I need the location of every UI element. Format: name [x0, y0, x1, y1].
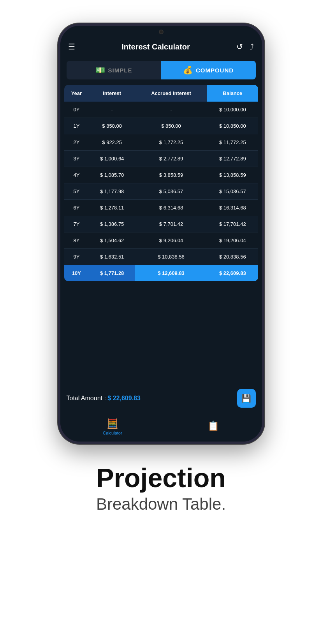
tab-switcher: 💵 SIMPLE 💰 COMPOUND [60, 55, 262, 85]
footer-subheading: Breakdown Table. [96, 495, 226, 514]
cell-balance: $ 10,850.00 [207, 118, 258, 134]
cell-accrued: $ 6,314.68 [135, 200, 207, 216]
nav-calculator[interactable]: 🧮 Calculator [103, 418, 122, 435]
compound-tab-label: COMPOUND [196, 67, 234, 74]
history-icon: 📋 [208, 421, 219, 431]
cell-interest: $ 850.00 [89, 118, 135, 134]
camera-bar [60, 26, 262, 38]
cell-interest: $ 1,278.11 [89, 200, 135, 216]
cell-interest: $ 1,085.70 [89, 167, 135, 183]
cell-balance: $ 17,701.42 [207, 216, 258, 232]
app-header: ☰ Interest Calculator ↺ ⤴ [60, 38, 262, 55]
col-balance: Balance [207, 85, 258, 102]
cell-year: 1Y [64, 118, 89, 134]
cell-balance: $ 10,000.00 [207, 102, 258, 118]
table-row: 5Y$ 1,177.98$ 5,036.57$ 15,036.57 [64, 183, 258, 200]
col-year: Year [64, 85, 89, 102]
cell-accrued: $ 850.00 [135, 118, 207, 134]
nav-history[interactable]: 📋 [208, 421, 219, 433]
table-row: 8Y$ 1,504.62$ 9,206.04$ 19,206.04 [64, 232, 258, 249]
header-icons: ↺ ⤴ [236, 42, 254, 51]
cell-accrued: $ 7,701.42 [135, 216, 207, 232]
nav-calculator-label: Calculator [103, 431, 122, 435]
table-row: 2Y$ 922.25$ 1,772.25$ 11,772.25 [64, 134, 258, 151]
total-amount: $ 22,609.83 [107, 395, 141, 401]
tab-simple[interactable]: 💵 SIMPLE [67, 61, 161, 79]
cell-interest: - [89, 102, 135, 118]
table-row: 3Y$ 1,000.64$ 2,772.89$ 12,772.89 [64, 151, 258, 167]
menu-icon[interactable]: ☰ [68, 42, 75, 51]
total-bar: Total Amount : $ 22,609.83 💾 [60, 383, 262, 414]
cell-balance: $ 13,858.59 [207, 167, 258, 183]
cell-year: 6Y [64, 200, 89, 216]
footer-heading: Projection [96, 463, 226, 493]
cell-interest: $ 1,504.62 [89, 232, 135, 249]
col-accrued: Accrued Interest [135, 85, 207, 102]
cell-accrued: $ 3,858.59 [135, 167, 207, 183]
app-title: Interest Calculator [121, 42, 190, 51]
cell-balance: $ 16,314.68 [207, 200, 258, 216]
cell-balance: $ 12,772.89 [207, 151, 258, 167]
table-container: Year Interest Accrued Interest Balance 0… [60, 85, 262, 383]
cell-interest: $ 1,771.28 [89, 265, 135, 281]
cell-year: 5Y [64, 183, 89, 200]
cell-interest: $ 1,386.75 [89, 216, 135, 232]
simple-tab-icon: 💵 [95, 65, 105, 75]
table-row: 4Y$ 1,085.70$ 3,858.59$ 13,858.59 [64, 167, 258, 183]
simple-tab-label: SIMPLE [108, 67, 132, 74]
col-interest: Interest [89, 85, 135, 102]
cell-accrued: $ 2,772.89 [135, 151, 207, 167]
table-row: 6Y$ 1,278.11$ 6,314.68$ 16,314.68 [64, 200, 258, 216]
cell-year: 2Y [64, 134, 89, 151]
save-button[interactable]: 💾 [237, 389, 256, 408]
cell-year: 0Y [64, 102, 89, 118]
table-row: 0Y--$ 10,000.00 [64, 102, 258, 118]
table-row: 9Y$ 1,632.51$ 10,838.56$ 20,838.56 [64, 249, 258, 265]
footer: Projection Breakdown Table. [96, 463, 226, 514]
data-table: Year Interest Accrued Interest Balance 0… [64, 85, 258, 281]
cell-accrued: - [135, 102, 207, 118]
bottom-nav: 🧮 Calculator 📋 [60, 414, 262, 442]
cell-year: 7Y [64, 216, 89, 232]
table-row: 7Y$ 1,386.75$ 7,701.42$ 17,701.42 [64, 216, 258, 232]
calculator-icon: 🧮 [107, 418, 118, 429]
cell-year: 9Y [64, 249, 89, 265]
total-label: Total Amount : [67, 395, 106, 401]
cell-interest: $ 922.25 [89, 134, 135, 151]
compound-tab-icon: 💰 [183, 65, 193, 75]
table-row: 1Y$ 850.00$ 850.00$ 10,850.00 [64, 118, 258, 134]
total-info: Total Amount : $ 22,609.83 [67, 395, 141, 402]
cell-balance: $ 20,838.56 [207, 249, 258, 265]
table-row: 10Y$ 1,771.28$ 12,609.83$ 22,609.83 [64, 265, 258, 281]
refresh-icon[interactable]: ↺ [236, 42, 243, 51]
save-icon: 💾 [241, 394, 251, 403]
cell-accrued: $ 5,036.57 [135, 183, 207, 200]
phone-inner: ☰ Interest Calculator ↺ ⤴ 💵 SIMPLE 💰 COM… [60, 26, 262, 442]
phone-shell: ☰ Interest Calculator ↺ ⤴ 💵 SIMPLE 💰 COM… [58, 23, 264, 444]
cell-balance: $ 19,206.04 [207, 232, 258, 249]
cell-accrued: $ 9,206.04 [135, 232, 207, 249]
cell-interest: $ 1,177.98 [89, 183, 135, 200]
cell-year: 3Y [64, 151, 89, 167]
cell-accrued: $ 1,772.25 [135, 134, 207, 151]
cell-balance: $ 22,609.83 [207, 265, 258, 281]
cell-year: 8Y [64, 232, 89, 249]
share-icon[interactable]: ⤴ [250, 42, 254, 51]
cell-accrued: $ 12,609.83 [135, 265, 207, 281]
cell-balance: $ 11,772.25 [207, 134, 258, 151]
cell-year: 10Y [64, 265, 89, 281]
tab-compound[interactable]: 💰 COMPOUND [161, 61, 256, 79]
cell-accrued: $ 10,838.56 [135, 249, 207, 265]
cell-year: 4Y [64, 167, 89, 183]
cell-balance: $ 15,036.57 [207, 183, 258, 200]
cell-interest: $ 1,000.64 [89, 151, 135, 167]
camera-dot [159, 30, 164, 34]
cell-interest: $ 1,632.51 [89, 249, 135, 265]
